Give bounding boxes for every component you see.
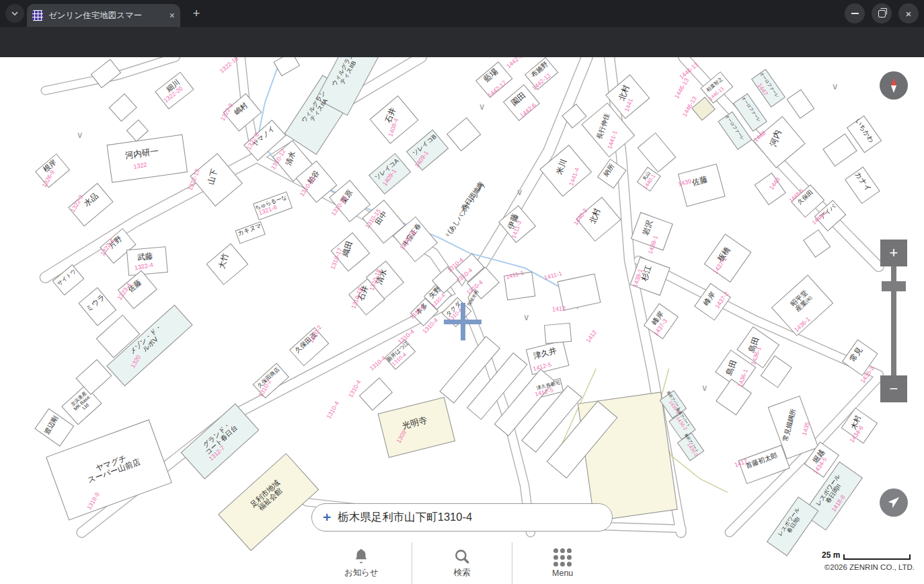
map-building: [787, 89, 814, 118]
map-building: [823, 134, 857, 166]
tab-search-icon[interactable]: [5, 4, 24, 23]
compass-button[interactable]: [880, 71, 908, 100]
map-building: [544, 323, 571, 343]
map-parcel-number: 1412: [585, 329, 599, 344]
map-chevron-mark: ∨: [832, 81, 839, 92]
map-building: [638, 133, 675, 172]
map-parcel-number: 1310-4: [325, 400, 341, 420]
map-building: [190, 153, 242, 206]
map-building: [206, 244, 247, 285]
map-building: [804, 230, 831, 258]
tab-close-icon[interactable]: ×: [169, 10, 175, 21]
map-building: [576, 197, 621, 241]
bell-icon: [352, 548, 370, 565]
map-building: [378, 398, 455, 458]
map-building: [716, 379, 751, 415]
map-building-label: ♀(あしバスアッシー): [443, 182, 486, 239]
map-building: [447, 118, 481, 151]
menu-label: Menu: [552, 569, 573, 578]
navigation-arrow-icon: [886, 495, 901, 510]
map-building: [35, 409, 74, 446]
map-building: [126, 247, 167, 276]
tab-strip: ゼンリン住宅地図スマー × + ×: [0, 0, 924, 27]
map-scale: 25 m: [822, 550, 911, 560]
map-building: [107, 135, 187, 182]
tab-title: ゼンリン住宅地図スマー: [48, 10, 165, 22]
zoom-in-button[interactable]: +: [880, 240, 907, 266]
zoom-control: + −: [880, 240, 907, 402]
map-building: [359, 378, 392, 410]
map-building: [274, 57, 299, 76]
map-building: [752, 69, 785, 107]
scale-line: [843, 554, 911, 560]
notifications-button[interactable]: お知らせ: [311, 542, 412, 584]
search-button[interactable]: 検索: [412, 542, 512, 584]
map-chevron-mark: ∨: [701, 383, 708, 393]
map-chevron-mark: ∨: [516, 187, 523, 197]
compass-needle-icon: [886, 77, 902, 94]
map-parcel-number: 1442-12: [505, 57, 527, 69]
zoom-out-button[interactable]: −: [880, 375, 907, 402]
window-minimize-button[interactable]: [845, 3, 865, 24]
map-parcel-number: 1446-13: [673, 77, 690, 100]
active-tab[interactable]: ゼンリン住宅地図スマー ×: [27, 4, 180, 27]
menu-button[interactable]: Menu: [512, 542, 613, 584]
window-restore-button[interactable]: [872, 3, 892, 24]
bottom-navigation: お知らせ 検索 Menu: [311, 542, 613, 584]
map-building: [109, 94, 137, 122]
search-label: 検索: [454, 567, 471, 579]
map-building: [704, 234, 750, 282]
map-building: [126, 120, 148, 141]
map-road: [256, 157, 463, 296]
zoom-slider-handle[interactable]: [882, 281, 906, 291]
browser-toolbar: app.zip-site.com/smt/app/map.htm ★: [0, 27, 924, 57]
new-tab-button[interactable]: +: [188, 5, 204, 22]
address-search-pill[interactable]: + 栃木県足利市山下町1310-4: [311, 503, 613, 532]
current-location-button[interactable]: [880, 488, 908, 517]
address-pin-icon: +: [323, 509, 331, 525]
address-text: 栃木県足利市山下町1310-4: [338, 510, 472, 525]
map-building-label: 武藤: [137, 251, 153, 261]
map-chevron-mark: ∨: [77, 130, 83, 140]
scale-label: 25 m: [822, 550, 840, 560]
grid-icon: [553, 548, 572, 567]
notifications-label: お知らせ: [344, 567, 379, 579]
map-road: [45, 57, 421, 277]
map-copyright: ©2026 ZENRIN CO., LTD.: [824, 563, 915, 571]
map-parcel-number: 1412: [552, 305, 566, 313]
map-chevron-mark: ∨: [523, 312, 530, 322]
map-chevron-mark: ∨: [479, 102, 486, 112]
search-icon: [453, 548, 471, 565]
map-parcel-number: 1411-1: [543, 270, 563, 281]
map-parcel-number: 1322-18: [219, 57, 240, 75]
zenrin-favicon: [32, 10, 43, 21]
map-parcel-number: 1310-4: [369, 355, 387, 372]
window-close-button[interactable]: ×: [898, 3, 919, 24]
